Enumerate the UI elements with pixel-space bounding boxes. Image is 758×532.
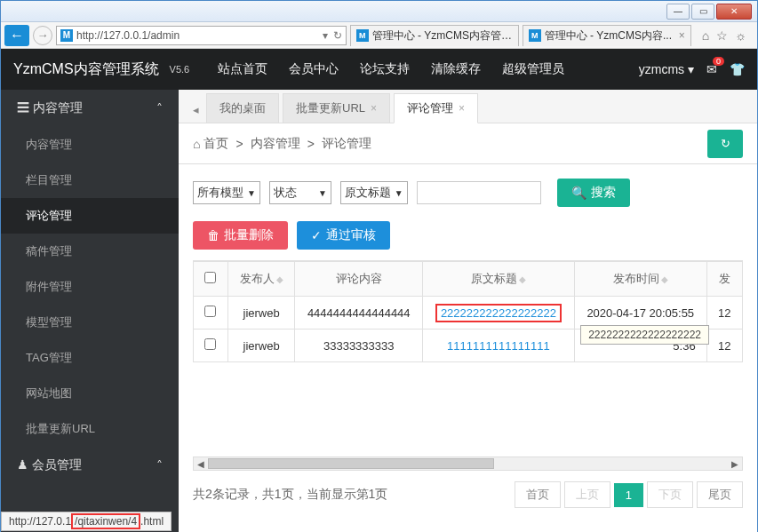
breadcrumb: ⌂ 首页 > 内容管理 > 评论管理 — [193, 136, 371, 152]
breadcrumb-comment: 评论管理 — [322, 136, 371, 152]
gear-icon[interactable]: ☼ — [735, 28, 746, 43]
select-title[interactable]: 原文标题▼ — [340, 181, 408, 204]
pagination-info: 共2条记录，共1页，当前显示第1页 — [193, 487, 387, 503]
row-checkbox[interactable] — [204, 306, 216, 317]
sidebar-group-content[interactable]: ☰ 内容管理 ˄ — [1, 90, 179, 127]
breadcrumb-home[interactable]: ⌂ 首页 — [193, 136, 228, 152]
cell-extra: 12 — [706, 297, 742, 330]
trash-icon: 🗑 — [207, 228, 219, 242]
chevron-up-icon: ˄ — [156, 458, 163, 472]
tooltip: 2222222222222222222 — [580, 325, 709, 345]
search-button[interactable]: 🔍搜索 — [557, 179, 630, 207]
check-icon: ✓ — [311, 228, 322, 242]
scroll-left-arrow[interactable]: ◀ — [194, 459, 208, 469]
tab-favicon: M — [356, 29, 369, 42]
cell-content: 33333333333 — [295, 330, 423, 362]
dropdown-icon[interactable]: ▾ — [323, 29, 328, 42]
site-icon: M — [60, 29, 73, 42]
search-input[interactable] — [417, 181, 541, 204]
col-extra: 发 — [706, 262, 742, 297]
browser-tab-1[interactable]: M 管理中心 - YzmCMS内容管理... — [350, 25, 519, 46]
select-model[interactable]: 所有模型▼ — [193, 181, 260, 204]
app-header: YzmCMS内容管理系统 V5.6 站点首页 会员中心 论坛支持 清除缓存 超级… — [1, 49, 757, 90]
star-icon[interactable]: ☆ — [716, 28, 728, 43]
address-bar[interactable]: M http://127.0.0.1/admin ▾ ↻ — [56, 26, 347, 45]
tab-close-icon[interactable]: × — [679, 29, 685, 42]
reload-icon[interactable]: ↻ — [333, 29, 342, 42]
page-1[interactable]: 1 — [614, 483, 643, 507]
window-titlebar: — ▭ ✕ — [1, 1, 757, 22]
tab-favicon: M — [529, 29, 541, 42]
tab-prev-arrow[interactable]: ◂ — [186, 97, 206, 123]
search-icon: 🔍 — [571, 186, 586, 200]
browser-toolbar: ← → M http://127.0.0.1/admin ▾ ↻ M 管理中心 … — [1, 22, 757, 49]
col-content[interactable]: 评论内容 — [295, 262, 423, 297]
sidebar: ☰ 内容管理 ˄ 内容管理 栏目管理 评论管理 稿件管理 附件管理 模型管理 T… — [1, 90, 179, 532]
select-all-checkbox[interactable] — [204, 272, 216, 283]
sidebar-item-content[interactable]: 内容管理 — [1, 127, 179, 163]
comment-table: 发布人◆ 评论内容 原文标题◆ 发布时间◆ 发 jie — [193, 261, 743, 362]
url-text: http://127.0.0.1/admin — [76, 29, 319, 42]
batch-delete-button[interactable]: 🗑批量删除 — [193, 221, 288, 250]
nav-site-home[interactable]: 站点首页 — [218, 61, 267, 77]
col-title[interactable]: 原文标题◆ — [423, 262, 575, 297]
nav-forum[interactable]: 论坛支持 — [360, 61, 410, 77]
col-author[interactable]: 发布人◆ — [227, 262, 295, 297]
horizontal-scrollbar[interactable]: ◀ ▶ — [193, 457, 743, 471]
sidebar-group-member[interactable]: ♟ 会员管理 ˄ — [1, 447, 179, 484]
status-bar: http://127.0.1/qitaxinwen/4.html — [1, 512, 172, 531]
sidebar-item-draft[interactable]: 稿件管理 — [1, 234, 179, 269]
sidebar-item-model[interactable]: 模型管理 — [1, 305, 179, 340]
shirt-icon[interactable]: 👕 — [730, 62, 745, 76]
tab-desktop[interactable]: 我的桌面 — [206, 93, 279, 123]
page-prev[interactable]: 上页 — [564, 481, 610, 508]
chevron-up-icon: ˄ — [156, 101, 163, 115]
refresh-button[interactable]: ↻ — [707, 130, 743, 158]
cell-author: jierweb — [227, 330, 295, 362]
browser-tab-2[interactable]: M 管理中心 - YzmCMS内容... × — [523, 25, 691, 46]
minimize-button[interactable]: — — [666, 4, 690, 20]
cell-title-link[interactable]: 222222222222222222 — [435, 304, 562, 322]
tab-batch-url[interactable]: 批量更新URL× — [283, 93, 390, 123]
content-tabs: ◂ 我的桌面 批量更新URL× 评论管理× — [179, 90, 757, 123]
user-name[interactable]: yzmcms ▾ — [639, 62, 694, 76]
scroll-thumb[interactable] — [208, 458, 494, 469]
sidebar-item-comment[interactable]: 评论管理 — [1, 198, 179, 234]
page-first[interactable]: 首页 — [515, 481, 561, 508]
select-status[interactable]: 状态▼ — [269, 181, 331, 204]
app-version: V5.6 — [170, 64, 190, 75]
nav-admin[interactable]: 超级管理员 — [502, 61, 564, 77]
approve-button[interactable]: ✓通过审核 — [297, 221, 390, 250]
breadcrumb-content[interactable]: 内容管理 — [251, 136, 300, 152]
back-button[interactable]: ← — [4, 25, 29, 46]
tab-close-icon[interactable]: × — [459, 102, 465, 115]
mail-badge: 0 — [713, 57, 724, 66]
tab-close-icon[interactable]: × — [371, 102, 377, 115]
app-logo: YzmCMS内容管理系统 — [13, 60, 159, 79]
cell-time: 2020-04-17 20:05:55 — [574, 297, 706, 330]
forward-button[interactable]: → — [33, 26, 52, 45]
page-last[interactable]: 尾页 — [697, 481, 743, 508]
table-row: jierweb 4444444444444444 222222222222222… — [194, 297, 743, 330]
scroll-right-arrow[interactable]: ▶ — [728, 459, 742, 469]
cell-title-link[interactable]: 1111111111111111 — [447, 339, 550, 353]
tab-comment[interactable]: 评论管理× — [394, 93, 478, 123]
sidebar-item-batch-url[interactable]: 批量更新URL — [1, 411, 179, 447]
sidebar-item-sitemap[interactable]: 网站地图 — [1, 376, 179, 411]
mail-icon[interactable]: ✉0 — [706, 62, 717, 76]
sidebar-item-tag[interactable]: TAG管理 — [1, 340, 179, 376]
cell-content: 4444444444444444 — [295, 297, 423, 330]
cell-extra: 12 — [706, 330, 742, 362]
close-button[interactable]: ✕ — [716, 4, 752, 20]
home-icon[interactable]: ⌂ — [702, 28, 709, 43]
cell-author: jierweb — [227, 297, 295, 330]
sidebar-item-attachment[interactable]: 附件管理 — [1, 269, 179, 305]
maximize-button[interactable]: ▭ — [691, 4, 714, 20]
nav-clear-cache[interactable]: 清除缓存 — [431, 61, 481, 77]
col-time[interactable]: 发布时间◆ — [574, 262, 706, 297]
nav-member[interactable]: 会员中心 — [289, 61, 339, 77]
page-next[interactable]: 下页 — [647, 481, 693, 508]
row-checkbox[interactable] — [204, 338, 216, 350]
sidebar-item-column[interactable]: 栏目管理 — [1, 163, 179, 198]
